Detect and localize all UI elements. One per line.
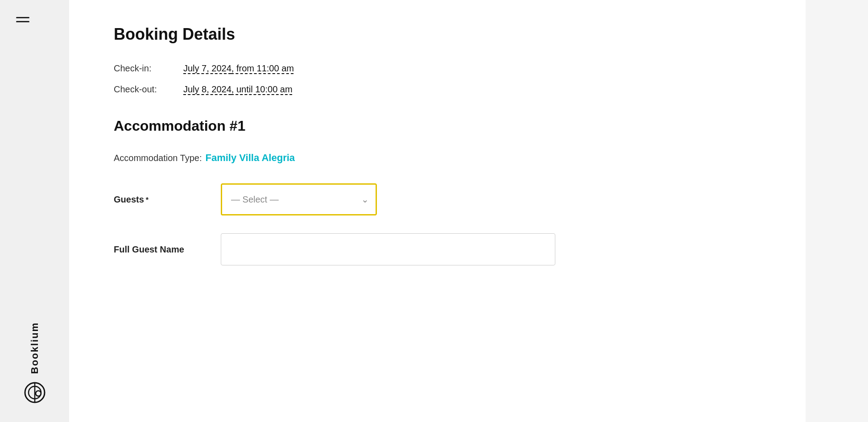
hamburger-menu-button[interactable]	[16, 17, 29, 22]
guests-label: Guests*	[114, 194, 203, 205]
hamburger-line-1	[16, 17, 29, 18]
full-guest-name-label: Full Guest Name	[114, 244, 203, 255]
full-guest-name-input[interactable]	[221, 233, 555, 265]
page-title: Booking Details	[114, 25, 770, 44]
checkin-row: Check-in: July 7, 2024, from 11:00 am	[114, 63, 770, 74]
main-content: Booking Details Check-in: July 7, 2024, …	[69, 0, 806, 422]
checkout-date: July 8, 2024, until 10:00 am	[183, 84, 293, 95]
brand-name: Booklium	[29, 322, 41, 374]
guests-select-wrapper: — Select — 1 2 3 4 5 6 ⌄	[221, 183, 377, 215]
hamburger-line-2	[16, 21, 29, 22]
checkout-row: Check-out: July 8, 2024, until 10:00 am	[114, 84, 770, 95]
checkin-date: July 7, 2024, from 11:00 am	[183, 63, 294, 74]
checkin-label: Check-in:	[114, 63, 176, 74]
svg-point-3	[36, 391, 41, 396]
brand-section: Booklium	[23, 322, 46, 404]
accommodation-section: Accommodation #1 Accommodation Type: Fam…	[114, 118, 770, 265]
guests-select[interactable]: — Select — 1 2 3 4 5 6	[221, 183, 377, 215]
accommodation-title: Accommodation #1	[114, 118, 770, 134]
accommodation-type-row: Accommodation Type: Family Villa Alegria	[114, 152, 770, 164]
accommodation-type-label: Accommodation Type:	[114, 153, 202, 163]
guests-required-star: *	[146, 196, 149, 204]
checkout-label: Check-out:	[114, 84, 176, 95]
accommodation-type-value: Family Villa Alegria	[206, 152, 295, 164]
brand-logo	[23, 381, 46, 404]
guests-field-row: Guests* — Select — 1 2 3 4 5 6 ⌄	[114, 183, 770, 215]
full-guest-name-row: Full Guest Name	[114, 233, 770, 265]
sidebar-right	[806, 0, 868, 422]
sidebar-left: Booklium	[0, 0, 69, 422]
booking-details-section: Check-in: July 7, 2024, from 11:00 am Ch…	[114, 63, 770, 95]
